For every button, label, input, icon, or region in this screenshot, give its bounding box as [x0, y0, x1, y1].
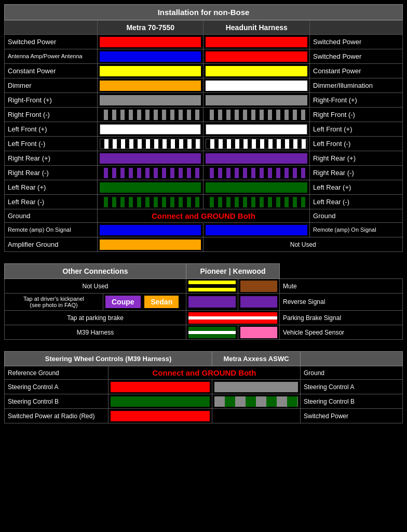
row-label: Left Rear (-)	[5, 195, 98, 209]
section2-header-right: Pioneer | Kenwood	[186, 264, 280, 279]
table-row: Right Front (-) Right Front (-)	[5, 108, 403, 122]
main-table: Metra 70-7550 Headunit Harness Switched …	[4, 20, 403, 252]
headunit-wire	[204, 223, 310, 237]
row-right-label: Constant Power	[310, 64, 403, 78]
table-row: Remote (amp) On Signal Remote (amp) On S…	[5, 223, 403, 237]
oc-right-label: Parking Brake Signal	[280, 311, 403, 325]
pioneer-wire	[186, 311, 280, 325]
oc-right-label: Mute	[280, 279, 403, 294]
not-used-cell: Not Used	[204, 237, 403, 252]
row-label: Left Front (-)	[5, 137, 98, 151]
metra-wire	[97, 64, 204, 78]
section3-header-left: Steering Wheel Controls (M39 Harness)	[5, 352, 212, 366]
row-right-label: Right Rear (-)	[310, 166, 403, 180]
row-right-label: Left Rear (+)	[310, 180, 403, 195]
table-row: Amplifier Ground Not Used	[5, 237, 403, 252]
kenwood-wire	[238, 294, 280, 311]
row-label: Switched Power	[5, 35, 98, 49]
pioneer-wire	[186, 294, 238, 311]
sw-right-label: Steering Control A	[301, 380, 403, 394]
headunit-wire	[204, 195, 310, 209]
sw-aswc-wire	[212, 409, 301, 423]
metra-wire	[97, 93, 204, 108]
row-label: Right Rear (-)	[5, 166, 98, 180]
row-right-label: Right-Front (+)	[310, 93, 403, 108]
connect-ground-text: Connect and GROUND Both	[152, 211, 255, 220]
main-container: Installation for non-Bose Metra 70-7550 …	[0, 0, 407, 428]
row-label: Remote (amp) On Signal	[5, 223, 98, 237]
table-row: Dimmer Dimmer/Illumination	[5, 78, 403, 93]
oc-right-label: Reverse Signal	[280, 294, 403, 311]
headunit-wire	[204, 122, 310, 137]
oc-left-label: Tap at driver's kickpanel(see photo in F…	[5, 294, 103, 311]
coupe-sedan-cell: Coupe Sedan	[103, 294, 186, 311]
metra-wire	[97, 223, 204, 237]
col-header-empty	[5, 21, 98, 35]
metra-wire	[97, 137, 204, 151]
row-right-label: Left Rear (-)	[310, 195, 403, 209]
row-label: Right Rear (+)	[5, 151, 98, 166]
col-header-headunit: Headunit Harness	[204, 21, 310, 35]
table-row: Left Rear (-) Left Rear (-)	[5, 195, 403, 209]
section3-header-right: Metra Axxess ASWC	[212, 352, 301, 366]
row-label: Amplifier Ground	[5, 237, 98, 252]
oc-left-label: M39 Harness	[5, 325, 186, 340]
table-row: Left Front (-) Left Front (-)	[5, 137, 403, 151]
section3-table: Steering Wheel Controls (M39 Harness) Me…	[4, 351, 403, 423]
oc-right-label: Vehicle Speed Sensor	[280, 325, 403, 340]
table-row: Tap at parking brake Parking Brake Signa…	[5, 311, 403, 325]
headunit-wire	[204, 78, 310, 93]
headunit-wire	[204, 166, 310, 180]
table-row: Right Rear (+) Right Rear (+)	[5, 151, 403, 166]
row-right-label: Ground	[310, 209, 403, 223]
column-headers-row: Metra 70-7550 Headunit Harness	[5, 21, 403, 35]
col-header-metra: Metra 70-7550	[97, 21, 204, 35]
sw-right-label: Switched Power	[301, 409, 403, 423]
headunit-wire	[204, 137, 310, 151]
section2-table: Other Connections Pioneer | Kenwood Not …	[4, 263, 403, 340]
table-row: Left Rear (+) Left Rear (+)	[5, 180, 403, 195]
oc-left-label: Tap at parking brake	[5, 311, 186, 325]
oc-left-label: Not Used	[5, 279, 186, 294]
headunit-wire	[204, 151, 310, 166]
row-label: Left Front (+)	[5, 122, 98, 137]
row-right-label: Remote (amp) On Signal	[310, 223, 403, 237]
table-row: Steering Control A Steering Control A	[5, 380, 403, 394]
table-row: Switched Power Switched Power	[5, 35, 403, 49]
section2-header-row: Other Connections Pioneer | Kenwood	[5, 264, 403, 279]
metra-wire	[97, 166, 204, 180]
metra-wire	[97, 49, 204, 64]
row-right-label: Right Rear (+)	[310, 151, 403, 166]
coupe-button[interactable]: Coupe	[105, 296, 141, 308]
headunit-wire	[204, 108, 310, 122]
section1-header: Installation for non-Bose	[4, 4, 403, 20]
row-label: Constant Power	[5, 64, 98, 78]
headunit-wire	[204, 64, 310, 78]
row-right-label: Right Front (-)	[310, 108, 403, 122]
row-label: Antenna Amp/Power Antenna	[5, 49, 98, 64]
row-right-label: Left Front (+)	[310, 122, 403, 137]
table-row: Ground Connect and GROUND Both Ground	[5, 209, 403, 223]
sw-metra-wire	[108, 380, 212, 394]
metra-wire	[97, 237, 204, 252]
sw-right-label: Ground	[301, 366, 403, 380]
metra-wire	[97, 151, 204, 166]
kenwood-wire	[238, 279, 280, 294]
table-row: Tap at driver's kickpanel(see photo in F…	[5, 294, 403, 311]
sedan-button[interactable]: Sedan	[144, 296, 179, 308]
section3-header-row: Steering Wheel Controls (M39 Harness) Me…	[5, 352, 403, 366]
headunit-wire	[204, 49, 310, 64]
row-right-label: Left Front (-)	[310, 137, 403, 151]
row-label: Dimmer	[5, 78, 98, 93]
sw-left-label: Reference Ground	[5, 366, 108, 380]
table-row: Switched Power at Radio (Red) Switched P…	[5, 409, 403, 423]
metra-wire	[97, 78, 204, 93]
section2-header-left: Other Connections	[5, 264, 186, 279]
sw-right-label: Steering Control B	[301, 394, 403, 409]
row-label: Right-Front (+)	[5, 93, 98, 108]
sw-metra-wire	[108, 394, 212, 409]
table-row: Constant Power Constant Power	[5, 64, 403, 78]
pioneer-wire	[186, 279, 238, 294]
table-row: Right Rear (-) Right Rear (-)	[5, 166, 403, 180]
metra-wire	[97, 122, 204, 137]
